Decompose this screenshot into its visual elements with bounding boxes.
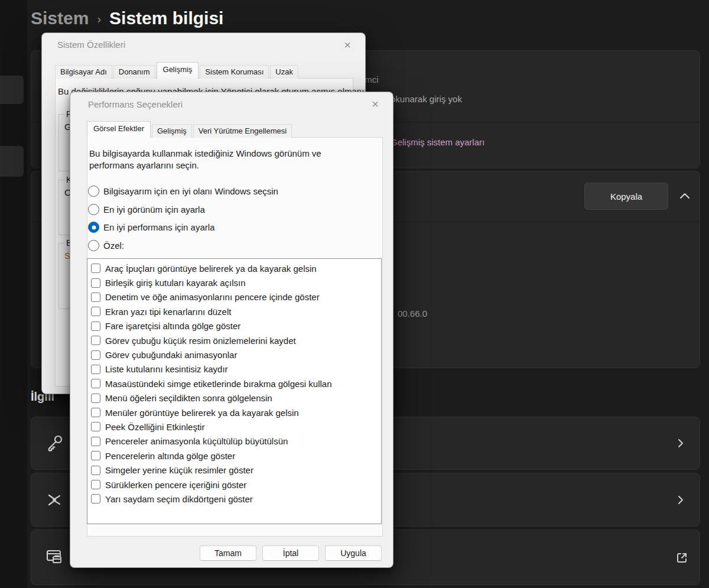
- version-fragment: 00.66.0: [398, 308, 427, 319]
- close-icon[interactable]: ×: [340, 38, 354, 52]
- radio-label: En iyi görünüm için ayarla: [103, 204, 205, 215]
- remote-desktop-icon: [43, 489, 66, 511]
- checkbox-label: Pencereler animasyonla küçültülüp büyütü…: [105, 436, 288, 446]
- sysprops-tab[interactable]: Bilgisayar Adı: [55, 65, 112, 79]
- spec-value-fragment: okunarak giriş yok: [391, 94, 462, 104]
- visual-effect-item[interactable]: Pencerelerin altında gölge göster: [87, 449, 381, 463]
- checkbox-label: Fare işaretçisi altında gölge göster: [105, 321, 240, 331]
- checkbox-label: Yarı saydam seçim dikdörtgeni göster: [105, 494, 253, 504]
- visual-effect-item[interactable]: Liste kutularını kesintisiz kaydır: [87, 362, 381, 376]
- checkbox[interactable]: [91, 466, 100, 475]
- dialog-button[interactable]: İptal: [262, 545, 319, 561]
- breadcrumb-parent[interactable]: Sistem: [31, 8, 89, 28]
- radio-indicator: [88, 222, 99, 233]
- visual-effect-item[interactable]: Yarı saydam seçim dikdörtgeni göster: [87, 492, 381, 506]
- checkbox-label: Liste kutularını kesintisiz kaydır: [105, 364, 228, 374]
- visual-effect-item[interactable]: Fare işaretçisi altında gölge göster: [87, 319, 381, 333]
- perf-tab[interactable]: Gelişmiş: [152, 124, 192, 138]
- clipped-nav-item[interactable]: [0, 146, 24, 177]
- perf-tab[interactable]: Veri Yürütme Engellemesi: [193, 124, 292, 138]
- checkbox[interactable]: [91, 437, 100, 446]
- radio-label: En iyi performans için ayarla: [103, 222, 214, 232]
- breadcrumb: Sistem › Sistem bilgisi: [31, 8, 223, 28]
- visual-effect-item[interactable]: Simgeler yerine küçük resimler göster: [87, 463, 381, 477]
- perf-tabstrip: Görsel EfektlerGelişmişVeri Yürütme Enge…: [87, 122, 293, 138]
- visual-effect-item[interactable]: Sürüklerken pencere içeriğini göster: [87, 477, 381, 492]
- checkbox-label: Görev çubuğu küçük resim önizlemelerini …: [105, 336, 296, 346]
- page-title: Sistem bilgisi: [109, 8, 223, 28]
- device-manager-icon: [43, 546, 66, 568]
- performance-radio-group: Bilgisayarım için en iyi olanı Windows s…: [88, 186, 278, 258]
- visual-effect-item[interactable]: Denetim ve öğe animasyonlarını pencere i…: [87, 290, 381, 304]
- checkbox[interactable]: [91, 307, 100, 316]
- checkbox[interactable]: [91, 350, 100, 360]
- visual-effect-item[interactable]: Pencereler animasyonla küçültülüp büyütü…: [87, 434, 381, 449]
- panel-description: Bu bilgisayarda kullanmak istediğiniz Wi…: [89, 148, 354, 171]
- visual-effect-item[interactable]: Görev çubuğu küçük resim önizlemelerini …: [87, 333, 381, 347]
- radio-indicator: [88, 240, 99, 251]
- radio-label: Bilgisayarım için en iyi olanı Windows s…: [103, 186, 278, 196]
- clipped-nav-item[interactable]: [0, 76, 24, 104]
- checkbox-label: Denetim ve öğe animasyonlarını pencere i…: [105, 292, 320, 302]
- checkbox[interactable]: [91, 494, 100, 503]
- checkbox-label: Araç İpuçları görüntüye belirerek ya da …: [105, 264, 317, 274]
- checkbox-label: Ekran yazı tipi kenarlarını düzelt: [105, 307, 231, 317]
- visual-effect-item[interactable]: Masaüstündeki simge etiketlerinde bırakm…: [87, 376, 381, 391]
- radio-option[interactable]: Bilgisayarım için en iyi olanı Windows s…: [88, 186, 278, 197]
- visual-effect-item[interactable]: Araç İpuçları görüntüye belirerek ya da …: [87, 261, 381, 275]
- sysprops-tabstrip: Bilgisayar AdıDonanımGelişmişSistem Koru…: [55, 63, 300, 79]
- checkbox[interactable]: [91, 264, 100, 273]
- sysprops-tab[interactable]: Gelişmiş: [157, 62, 199, 79]
- close-icon[interactable]: ×: [368, 97, 382, 111]
- checkbox-label: Sürüklerken pencere içeriğini göster: [105, 480, 246, 490]
- visual-effect-item[interactable]: Birleşik giriş kutuları kayarak açılsın: [87, 275, 381, 290]
- checkbox[interactable]: [91, 379, 100, 388]
- radio-option[interactable]: En iyi performans için ayarla: [88, 222, 278, 233]
- checkbox-label: Birleşik giriş kutuları kayarak açılsın: [105, 278, 246, 288]
- dialog-button-row: TamamİptalUygula: [200, 545, 382, 561]
- checkbox-label: Masaüstündeki simge etiketlerinde bırakm…: [105, 379, 332, 389]
- radio-indicator: [88, 186, 99, 197]
- sysprops-tab[interactable]: Uzak: [270, 65, 298, 79]
- visual-effect-item[interactable]: Peek Özelliğini Etkinleştir: [87, 420, 381, 434]
- checkbox[interactable]: [91, 336, 100, 345]
- visual-effect-item[interactable]: Menü öğeleri seçildikten sonra gölgelens…: [87, 391, 381, 405]
- perf-tab[interactable]: Görsel Efektler: [87, 121, 151, 138]
- dialog-title: Sistem Özellikleri: [57, 40, 125, 50]
- advanced-system-settings-link[interactable]: Gelişmiş sistem ayarları: [391, 137, 484, 147]
- checkbox[interactable]: [91, 394, 100, 403]
- performance-options-dialog: Performans Seçenekleri × Görsel Efektler…: [70, 92, 393, 568]
- chevron-right-icon: [675, 437, 687, 450]
- checkbox[interactable]: [91, 451, 100, 460]
- checkbox-label: Görev çubuğundaki animasyonlar: [105, 350, 237, 360]
- checkbox[interactable]: [91, 293, 100, 302]
- chevron-right-icon: [675, 493, 687, 506]
- chevron-up-icon[interactable]: [677, 189, 692, 204]
- visual-effect-item[interactable]: Ekran yazı tipi kenarlarını düzelt: [87, 304, 381, 319]
- visual-effect-item[interactable]: Görev çubuğundaki animasyonlar: [87, 347, 381, 362]
- dialog-title: Performans Seçenekleri: [88, 99, 183, 109]
- copy-button[interactable]: Kopyala: [584, 183, 668, 210]
- checkbox[interactable]: [91, 408, 100, 417]
- checkbox-label: Peek Özelliğini Etkinleştir: [105, 422, 204, 432]
- dialog-button[interactable]: Uygula: [325, 545, 382, 561]
- radio-option[interactable]: En iyi görünüm için ayarla: [88, 204, 278, 215]
- radio-label: Özel:: [103, 241, 124, 251]
- dialog-button[interactable]: Tamam: [200, 545, 256, 561]
- visual-effect-item[interactable]: Menüler görüntüye belirerek ya da kayara…: [87, 405, 381, 420]
- breadcrumb-separator-icon: ›: [97, 11, 101, 26]
- sysprops-tab[interactable]: Donanım: [113, 65, 155, 79]
- key-icon: [43, 432, 66, 454]
- visual-effects-list[interactable]: Araç İpuçları görüntüye belirerek ya da …: [87, 258, 382, 524]
- sysprops-tab[interactable]: Sistem Koruması: [200, 65, 269, 79]
- checkbox[interactable]: [91, 278, 100, 288]
- external-link-icon: [675, 551, 687, 564]
- checkbox[interactable]: [91, 321, 100, 331]
- radio-option[interactable]: Özel:: [88, 240, 278, 251]
- checkbox[interactable]: [91, 480, 100, 489]
- checkbox-label: Simgeler yerine küçük resimler göster: [105, 465, 253, 475]
- checkbox[interactable]: [91, 365, 100, 374]
- checkbox-label: Pencerelerin altında gölge göster: [105, 451, 235, 461]
- checkbox[interactable]: [91, 422, 100, 431]
- radio-indicator: [88, 204, 99, 215]
